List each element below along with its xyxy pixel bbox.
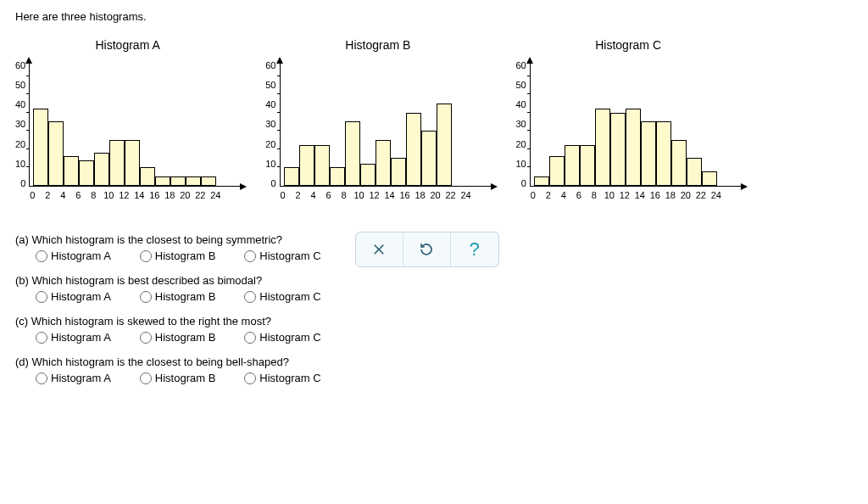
- close-button[interactable]: [356, 232, 403, 266]
- charts-row: Histogram A60504030201000246810121416182…: [15, 38, 853, 203]
- option-a-2[interactable]: Histogram C: [244, 249, 320, 262]
- x-tick-label: 10: [604, 190, 615, 200]
- x-tick-label: 8: [592, 190, 597, 200]
- x-tick-label: 10: [103, 190, 114, 200]
- x-tick-label: 8: [341, 190, 346, 200]
- x-tick-label: 14: [134, 190, 144, 200]
- x-tick-label: 6: [75, 190, 81, 200]
- bar: [33, 109, 48, 185]
- radio-icon[interactable]: [244, 291, 256, 303]
- radio-icon[interactable]: [36, 372, 47, 384]
- radio-icon[interactable]: [140, 291, 152, 303]
- reset-button[interactable]: [403, 232, 451, 266]
- option-label: Histogram C: [259, 372, 320, 384]
- intro-text: Here are three histograms.: [15, 10, 853, 23]
- x-tick-label: 14: [635, 190, 645, 200]
- help-button[interactable]: ?: [451, 232, 498, 266]
- bar: [391, 158, 406, 185]
- x-tick-label: 6: [576, 190, 581, 200]
- bar: [155, 176, 170, 186]
- reset-icon: [419, 242, 434, 257]
- action-toolbar: ?: [355, 232, 499, 267]
- chart-block-2: Histogram C60504030201000246810121416182…: [516, 38, 741, 203]
- x-tick-label: 18: [164, 190, 175, 200]
- option-d-2[interactable]: Histogram C: [244, 372, 320, 384]
- option-label: Histogram C: [259, 331, 320, 344]
- bar: [376, 140, 391, 186]
- bar: [687, 158, 702, 185]
- bar: [64, 156, 79, 185]
- x-tick-label: 22: [195, 190, 205, 200]
- radio-icon[interactable]: [244, 332, 256, 344]
- x-tick-label: 12: [119, 190, 129, 200]
- x-tick-label: 20: [681, 190, 691, 200]
- bar: [595, 109, 610, 185]
- radio-icon[interactable]: [36, 291, 47, 303]
- bar: [421, 131, 437, 186]
- x-tick-label: 22: [445, 190, 455, 200]
- question-text-a: (a) Which histogram is the closest to be…: [15, 233, 321, 246]
- bar: [170, 176, 186, 186]
- x-tick-label: 16: [149, 190, 159, 200]
- radio-icon[interactable]: [244, 372, 256, 384]
- bar: [94, 153, 109, 186]
- x-axis: 024681012141618202224: [29, 188, 239, 203]
- x-tick-label: 24: [210, 190, 220, 200]
- bars: [534, 67, 717, 186]
- option-d-1[interactable]: Histogram B: [140, 372, 216, 384]
- plot-area: [280, 64, 491, 187]
- x-tick-label: 14: [384, 190, 394, 200]
- option-label: Histogram B: [155, 372, 216, 384]
- radio-icon[interactable]: [36, 332, 47, 344]
- radio-icon[interactable]: [244, 250, 256, 262]
- bar: [406, 113, 421, 186]
- bar: [79, 160, 94, 186]
- x-tick-label: 16: [650, 190, 660, 200]
- option-a-0[interactable]: Histogram A: [36, 249, 111, 262]
- option-d-0[interactable]: Histogram A: [36, 372, 111, 384]
- option-c-0[interactable]: Histogram A: [36, 331, 111, 344]
- question-text-d: (d) Which histogram is the closest to be…: [15, 356, 321, 368]
- option-c-2[interactable]: Histogram C: [244, 331, 320, 344]
- bar: [534, 176, 549, 186]
- radio-icon[interactable]: [36, 250, 47, 262]
- bars: [33, 67, 216, 186]
- option-label: Histogram A: [51, 372, 111, 384]
- x-tick-label: 24: [711, 190, 721, 200]
- chart-block-0: Histogram A60504030201000246810121416182…: [15, 38, 240, 203]
- bar: [109, 140, 125, 186]
- option-label: Histogram A: [51, 331, 111, 344]
- option-label: Histogram C: [259, 249, 320, 262]
- options-row-b: Histogram AHistogram BHistogram C: [36, 290, 321, 303]
- options-row-a: Histogram AHistogram BHistogram C: [36, 249, 321, 262]
- x-tick-label: 18: [415, 190, 425, 200]
- radio-icon[interactable]: [140, 332, 152, 344]
- option-b-1[interactable]: Histogram B: [140, 290, 216, 303]
- x-tick-label: 0: [30, 190, 35, 200]
- bar: [360, 164, 376, 186]
- bar: [610, 113, 626, 186]
- x-tick-label: 0: [280, 190, 285, 200]
- option-a-1[interactable]: Histogram B: [140, 249, 216, 262]
- bar: [626, 109, 641, 185]
- option-c-1[interactable]: Histogram B: [140, 331, 216, 344]
- x-tick-label: 22: [696, 190, 706, 200]
- plot-area: [530, 64, 741, 187]
- radio-icon[interactable]: [140, 250, 152, 262]
- x-tick-label: 18: [665, 190, 676, 200]
- option-b-0[interactable]: Histogram A: [36, 290, 111, 303]
- x-tick-label: 8: [91, 190, 96, 200]
- bar: [140, 167, 155, 186]
- x-tick-label: 10: [353, 190, 364, 200]
- x-tick-label: 6: [326, 190, 331, 200]
- option-b-2[interactable]: Histogram C: [244, 290, 320, 303]
- radio-icon[interactable]: [140, 372, 152, 384]
- bar: [641, 121, 656, 185]
- bar: [580, 145, 595, 185]
- bar: [314, 145, 330, 185]
- x-tick-label: 2: [546, 190, 551, 200]
- option-label: Histogram C: [259, 290, 320, 303]
- x-axis: 024681012141618202224: [280, 188, 490, 203]
- chart-title: Histogram B: [345, 38, 410, 53]
- close-icon: [371, 242, 387, 257]
